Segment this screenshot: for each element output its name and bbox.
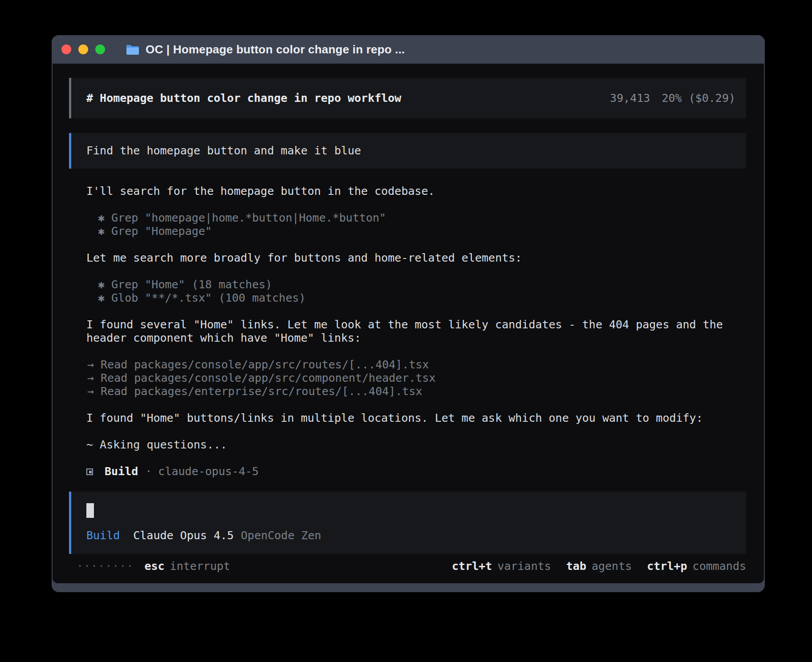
session-stats: 39,413 20% ($0.29) bbox=[610, 92, 735, 105]
hint-label: interrupt bbox=[170, 560, 230, 573]
spinner-dots-icon: ········ bbox=[77, 560, 134, 573]
minimize-button[interactable] bbox=[78, 44, 88, 54]
user-message-text: Find the homepage button and make it blu… bbox=[86, 144, 361, 157]
prompt-input[interactable]: Build Claude Opus 4.5 OpenCode Zen bbox=[69, 492, 746, 554]
hint-key: esc bbox=[144, 560, 164, 573]
token-count: 39,413 bbox=[610, 92, 650, 105]
input-model-label[interactable]: Claude Opus 4.5 bbox=[133, 529, 234, 542]
tool-call-text: Glob "**/*.tsx" (100 matches) bbox=[111, 291, 306, 304]
hint-variants: ctrl+t variants bbox=[452, 560, 551, 573]
tool-call-text: Read packages/enterprise/src/routes/[...… bbox=[101, 385, 422, 398]
desktop-background: OC | Homepage button color change in rep… bbox=[0, 0, 812, 662]
folder-icon bbox=[126, 44, 139, 55]
tool-call-text: Grep "Homepage" bbox=[111, 225, 212, 238]
input-meta: Build Claude Opus 4.5 OpenCode Zen bbox=[86, 529, 735, 542]
tool-call-text: Grep "homepage|home.*button|Home.*button… bbox=[111, 211, 386, 224]
terminal-content[interactable]: # Homepage button color change in repo w… bbox=[53, 64, 764, 583]
read-arrow-icon: → bbox=[87, 371, 94, 384]
tool-call-group: ✱Grep "Home" (18 matches) ✱Glob "**/*.ts… bbox=[86, 278, 746, 305]
hint-key: ctrl+p bbox=[647, 560, 687, 573]
window-title: OC | Homepage button color change in rep… bbox=[146, 43, 405, 57]
square-dot-icon bbox=[86, 468, 93, 475]
session-title: # Homepage button color change in repo w… bbox=[86, 92, 401, 105]
context-usage-cost: 20% ($0.29) bbox=[662, 92, 735, 105]
tool-call-line: →Read packages/enterprise/src/routes/[..… bbox=[87, 385, 746, 398]
grep-bullet-icon: ✱ bbox=[98, 225, 105, 238]
zoom-button[interactable] bbox=[95, 44, 105, 54]
hint-label: agents bbox=[592, 560, 632, 573]
status-bar: ········ esc interrupt ctrl+t variants t… bbox=[69, 560, 746, 573]
hint-key: ctrl+t bbox=[452, 560, 492, 573]
assistant-message: I'll search for the homepage button in t… bbox=[86, 185, 746, 198]
hint-key: tab bbox=[566, 560, 586, 573]
traffic-lights bbox=[61, 44, 105, 54]
close-button[interactable] bbox=[61, 44, 71, 54]
assistant-message: I found several "Home" links. Let me loo… bbox=[86, 318, 746, 345]
tool-call-line: →Read packages/console/app/src/component… bbox=[87, 371, 746, 385]
tool-call-line: ✱Glob "**/*.tsx" (100 matches) bbox=[98, 291, 746, 305]
glob-bullet-icon: ✱ bbox=[98, 291, 105, 304]
agent-status-line: Build · claude-opus-4-5 bbox=[86, 465, 746, 478]
hint-interrupt: esc interrupt bbox=[144, 560, 230, 573]
assistant-message: Let me search more broadly for buttons a… bbox=[86, 251, 746, 265]
tool-call-group: →Read packages/console/app/src/routes/[.… bbox=[86, 358, 746, 398]
hint-label: variants bbox=[497, 560, 551, 573]
conversation: I'll search for the homepage button in t… bbox=[69, 185, 746, 478]
tool-call-text: Read packages/console/app/src/component/… bbox=[101, 371, 436, 384]
input-provider-label: OpenCode Zen bbox=[241, 529, 321, 542]
tool-call-line: ✱Grep "Homepage" bbox=[98, 225, 746, 238]
hint-label: commands bbox=[693, 560, 746, 573]
agent-model: claude-opus-4-5 bbox=[158, 465, 259, 478]
hint-commands: ctrl+p commands bbox=[647, 560, 746, 573]
tool-call-text: Grep "Home" (18 matches) bbox=[111, 278, 272, 291]
tool-call-group: ✱Grep "homepage|home.*button|Home.*butto… bbox=[86, 211, 746, 238]
window-titlebar[interactable]: OC | Homepage button color change in rep… bbox=[52, 35, 765, 64]
agent-name: Build bbox=[105, 465, 138, 478]
text-cursor bbox=[86, 503, 94, 518]
status-bar-right: ctrl+t variants tab agents ctrl+p comman… bbox=[452, 560, 746, 573]
read-arrow-icon: → bbox=[87, 385, 94, 398]
tool-call-line: →Read packages/console/app/src/routes/[.… bbox=[87, 358, 746, 371]
session-header: # Homepage button color change in repo w… bbox=[69, 78, 746, 118]
separator-dot: · bbox=[145, 465, 152, 478]
grep-bullet-icon: ✱ bbox=[98, 211, 105, 224]
tool-call-line: ✱Grep "homepage|home.*button|Home.*butto… bbox=[98, 211, 746, 225]
input-agent-label[interactable]: Build bbox=[86, 529, 120, 542]
grep-bullet-icon: ✱ bbox=[98, 278, 105, 291]
user-message: Find the homepage button and make it blu… bbox=[69, 133, 746, 169]
terminal-window: OC | Homepage button color change in rep… bbox=[52, 35, 765, 592]
read-arrow-icon: → bbox=[87, 358, 94, 371]
tool-call-line: ✱Grep "Home" (18 matches) bbox=[98, 278, 746, 291]
status-bar-left: ········ esc interrupt bbox=[77, 560, 230, 573]
assistant-message: I found "Home" buttons/links in multiple… bbox=[86, 412, 746, 425]
asking-questions-status: ~ Asking questions... bbox=[86, 438, 746, 452]
tool-call-text: Read packages/console/app/src/routes/[..… bbox=[101, 358, 429, 371]
hint-agents: tab agents bbox=[566, 560, 632, 573]
